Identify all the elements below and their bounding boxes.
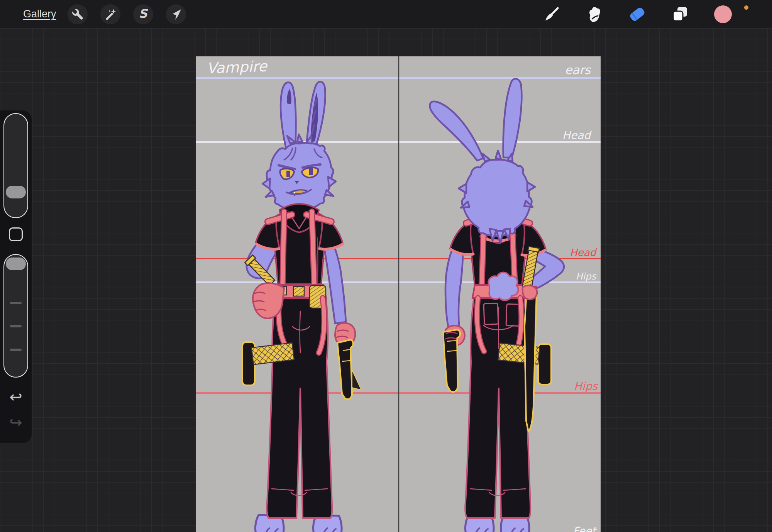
brush-tool-button[interactable] — [542, 5, 561, 24]
slider-tick — [10, 302, 22, 304]
guide-label-ears: ears — [565, 63, 591, 77]
magic-wand-icon — [104, 8, 117, 20]
right-tool-group — [542, 0, 732, 28]
opacity-slider[interactable] — [3, 254, 28, 378]
top-toolbar: Gallery S — [0, 0, 772, 28]
color-button[interactable] — [714, 5, 732, 24]
canvas-artwork: Vampire ears Head Head Hips Hips Feet — [196, 56, 601, 532]
wrench-icon — [71, 8, 84, 20]
transform-arrow-icon — [170, 8, 182, 20]
brush-size-handle[interactable] — [6, 186, 26, 198]
guide-label-hips-red: Hips — [574, 380, 599, 393]
color-swatch-icon — [714, 5, 732, 23]
actions-button[interactable] — [68, 4, 88, 24]
guide-label-head-red: Head — [570, 247, 597, 258]
gallery-button[interactable]: Gallery — [23, 8, 56, 20]
smudge-tool-button[interactable] — [585, 5, 604, 24]
selection-button[interactable]: S — [133, 4, 153, 24]
procreate-window: Gallery S — [0, 0, 772, 532]
back-view-figure — [430, 79, 564, 532]
front-view-figure — [242, 81, 361, 532]
recording-indicator-dot — [744, 5, 748, 10]
brush-icon — [543, 6, 560, 22]
eraser-icon — [628, 5, 647, 24]
eraser-tool-button[interactable] — [628, 5, 647, 24]
guide-label-head: Head — [562, 129, 592, 142]
guide-label-hips: Hips — [576, 271, 597, 282]
slider-tick — [10, 325, 22, 327]
layers-button[interactable] — [671, 5, 689, 24]
transform-button[interactable] — [166, 4, 186, 24]
brush-size-slider[interactable] — [3, 113, 28, 218]
opacity-handle[interactable] — [6, 258, 26, 270]
smudge-finger-icon — [586, 6, 603, 23]
workspace-background: ↩ ↪ — [0, 28, 772, 532]
redo-button[interactable]: ↪ — [0, 415, 32, 430]
drawing-canvas[interactable]: Vampire ears Head Head Hips Hips Feet — [196, 56, 601, 532]
modify-button[interactable] — [9, 227, 23, 241]
left-tool-group: S — [68, 4, 186, 24]
selection-s-icon: S — [139, 7, 147, 20]
layers-icon — [672, 6, 689, 23]
guide-label-feet: Feet — [573, 525, 598, 532]
adjustments-button[interactable] — [100, 4, 120, 24]
side-toolbar: ↩ ↪ — [0, 110, 32, 443]
slider-tick — [10, 349, 22, 351]
canvas-title: Vampire — [207, 58, 268, 77]
undo-button[interactable]: ↩ — [0, 389, 32, 405]
